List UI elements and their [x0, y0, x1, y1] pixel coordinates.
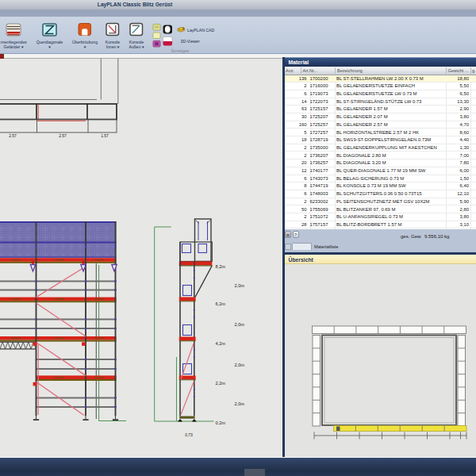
svg-text:4,2m: 4,2m — [216, 341, 226, 346]
svg-text:1.57: 1.57 — [101, 133, 109, 138]
svg-text:2,0m: 2,0m — [235, 283, 245, 288]
svg-text:8,2m: 8,2m — [216, 264, 226, 269]
svg-text:2.57: 2.57 — [9, 133, 17, 138]
svg-text:2,0m: 2,0m — [235, 363, 245, 367]
svg-text:6,2m: 6,2m — [216, 301, 226, 306]
svg-text:0,2m: 0,2m — [216, 420, 226, 425]
svg-text:2,0m: 2,0m — [235, 322, 245, 327]
svg-text:2,2m: 2,2m — [216, 381, 226, 386]
svg-text:2.57: 2.57 — [59, 133, 67, 138]
svg-text:0,73: 0,73 — [185, 432, 193, 437]
svg-text:2,0m: 2,0m — [235, 401, 245, 406]
